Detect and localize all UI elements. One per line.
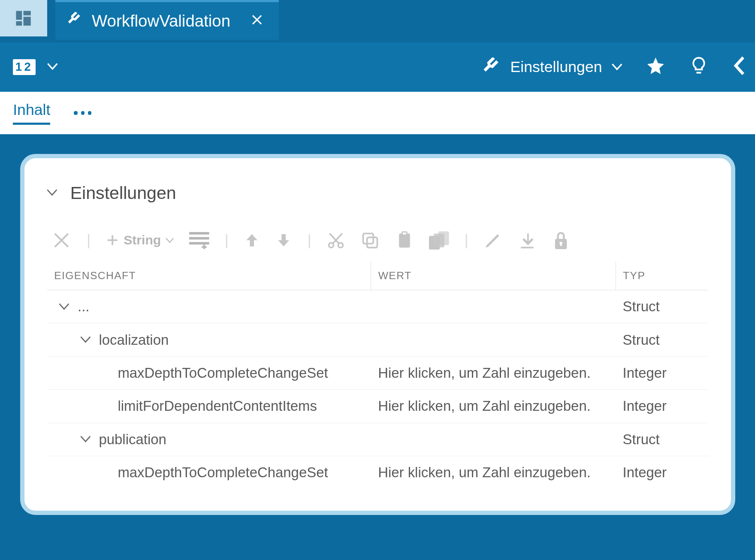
paste-icon xyxy=(395,231,414,250)
value-cell xyxy=(371,323,616,356)
row-expand-button[interactable] xyxy=(80,436,91,443)
section-header: Einstellungen xyxy=(47,183,709,203)
lock-button[interactable] xyxy=(552,230,570,250)
tab-close-button[interactable] xyxy=(251,13,263,29)
copy-icon xyxy=(361,231,380,250)
plus-icon xyxy=(106,234,119,247)
value-cell xyxy=(371,423,616,456)
type-cell: Struct xyxy=(616,423,708,456)
chevron-left-icon xyxy=(731,56,747,76)
struct-toolbar: | String | | xyxy=(47,230,709,261)
pencil-icon xyxy=(483,231,502,250)
arrow-up-icon xyxy=(244,230,260,250)
edit-button[interactable] xyxy=(483,231,502,250)
chevron-down-icon xyxy=(59,303,69,310)
row-expand-button[interactable] xyxy=(80,336,91,343)
type-cell: Integer xyxy=(616,390,708,423)
svg-rect-9 xyxy=(367,237,378,247)
hint-button[interactable] xyxy=(689,56,708,78)
svg-rect-18 xyxy=(560,244,561,246)
svg-rect-6 xyxy=(189,242,209,244)
close-icon xyxy=(251,13,263,26)
col-value[interactable]: Wert xyxy=(371,261,616,290)
arrow-down-icon xyxy=(275,230,292,250)
table-row[interactable]: limitForDependentContentItemsHier klicke… xyxy=(47,390,708,423)
favorite-button[interactable] xyxy=(646,56,666,78)
property-name: maxDepthToCompleteChangeSet xyxy=(118,464,328,481)
scissors-icon xyxy=(326,231,345,250)
separator: | xyxy=(224,232,228,249)
tab-row: WorkflowValidation xyxy=(0,0,755,42)
copy-button[interactable] xyxy=(361,231,380,250)
type-cell: Struct xyxy=(616,290,708,323)
property-name: maxDepthToCompleteChangeSet xyxy=(118,365,328,381)
dot-icon xyxy=(74,111,77,114)
value-cell[interactable]: Hier klicken, um Zahl einzugeben. xyxy=(371,356,616,389)
tab-title: WorkflowValidation xyxy=(92,12,230,30)
property-name: localization xyxy=(99,332,169,348)
section-title: Einstellungen xyxy=(70,183,176,203)
separator: | xyxy=(464,232,468,249)
settings-dropdown[interactable]: Einstellungen xyxy=(482,57,622,76)
settings-wrench-icon xyxy=(67,12,82,30)
type-cell: Integer xyxy=(616,356,708,389)
active-tab[interactable]: WorkflowValidation xyxy=(55,0,279,40)
row-expand-button[interactable] xyxy=(59,303,69,310)
table-row[interactable]: ...Struct xyxy=(47,290,708,323)
chevron-down-icon xyxy=(47,63,58,70)
svg-rect-2 xyxy=(24,17,31,26)
table-row[interactable]: publicationStruct xyxy=(47,423,708,456)
dot-icon xyxy=(81,111,85,114)
subtab-row: Inhalt xyxy=(0,92,755,134)
locale-dropdown-button[interactable] xyxy=(47,61,58,72)
settings-label: Einstellungen xyxy=(510,58,602,76)
download-button[interactable] xyxy=(518,231,537,250)
separator: | xyxy=(308,232,311,249)
move-up-button[interactable] xyxy=(244,230,260,250)
chevron-down-icon xyxy=(80,336,91,343)
col-type[interactable]: Typ xyxy=(616,261,708,290)
subtab-content[interactable]: Inhalt xyxy=(13,101,50,124)
property-name: publication xyxy=(99,431,166,448)
collapse-button[interactable] xyxy=(731,56,747,78)
dot-icon xyxy=(88,111,91,114)
table-row[interactable]: localizationStruct xyxy=(47,323,708,356)
paste-button[interactable] xyxy=(395,231,414,250)
list-plus-icon xyxy=(189,232,209,249)
duplicate-button[interactable] xyxy=(429,231,449,250)
cut-button[interactable] xyxy=(326,231,345,250)
move-down-button[interactable] xyxy=(275,230,292,250)
add-property-button[interactable]: String xyxy=(106,233,174,247)
svg-rect-3 xyxy=(16,21,22,25)
table-row[interactable]: maxDepthToCompleteChangeSetHier klicken,… xyxy=(47,456,708,489)
toolbar: 12 Einstellungen xyxy=(0,42,755,92)
dashboard-icon xyxy=(15,9,32,27)
svg-rect-12 xyxy=(402,232,407,235)
chevron-down-icon xyxy=(166,238,174,244)
content-panel: Einstellungen | String | xyxy=(20,154,735,515)
value-cell[interactable]: Hier klicken, um Zahl einzugeben. xyxy=(371,456,616,489)
chevron-down-icon xyxy=(80,436,91,443)
svg-rect-15 xyxy=(438,231,449,245)
list-add-button[interactable] xyxy=(189,232,209,249)
lightbulb-icon xyxy=(689,56,708,75)
svg-rect-5 xyxy=(189,237,209,240)
more-tabs-button[interactable] xyxy=(74,111,91,114)
col-property[interactable]: Eigenschaft xyxy=(47,261,371,290)
section-collapse-button[interactable] xyxy=(47,188,57,199)
content-area: Einstellungen | String | xyxy=(0,134,755,535)
delete-button[interactable] xyxy=(51,230,72,250)
locale-badge[interactable]: 12 xyxy=(13,59,35,75)
property-name: ... xyxy=(78,298,89,315)
wrench-icon xyxy=(482,57,501,76)
value-cell xyxy=(371,290,616,323)
value-cell[interactable]: Hier klicken, um Zahl einzugeben. xyxy=(371,390,616,423)
lock-icon xyxy=(552,230,570,250)
table-row[interactable]: maxDepthToCompleteChangeSetHier klicken,… xyxy=(47,356,708,389)
chevron-down-icon xyxy=(47,189,57,196)
duplicate-icon xyxy=(429,231,449,250)
star-icon xyxy=(646,56,666,76)
type-cell: Integer xyxy=(616,456,708,489)
dashboard-home-button[interactable] xyxy=(0,0,47,36)
property-name: limitForDependentContentItems xyxy=(118,398,317,414)
